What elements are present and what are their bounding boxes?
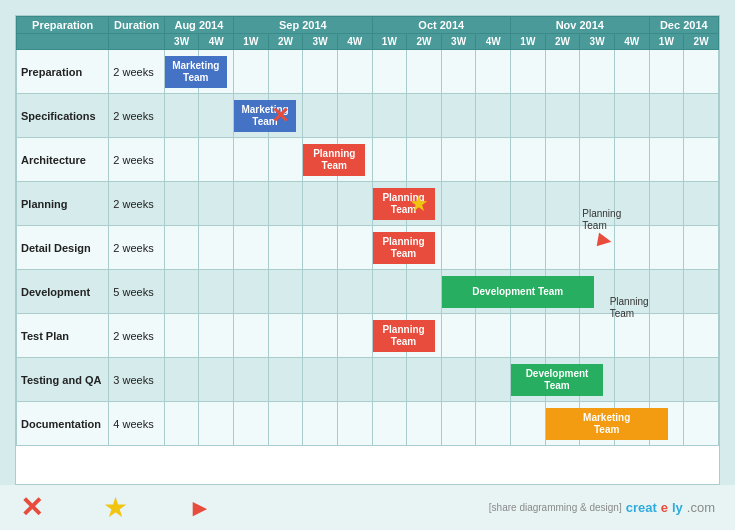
- duration-testplan: 2 weeks: [109, 314, 164, 358]
- cell-spec-2: [199, 94, 234, 138]
- w-3w-nov: 3W: [580, 34, 615, 50]
- w-1w-sep: 1W: [234, 34, 269, 50]
- cell-plan-7: PlanningTeam: [372, 182, 407, 226]
- cell-det-1: [164, 226, 199, 270]
- cell-plan-16: [684, 182, 719, 226]
- app-container: Preparation Duration Aug 2014 Sep 2014 O…: [0, 0, 735, 530]
- legend-x-icon: ✕: [20, 491, 43, 524]
- branding-prefix: [share diagramming & design]: [489, 502, 622, 513]
- cell-qa-4: [268, 358, 303, 402]
- th-blank1: [17, 34, 109, 50]
- cell-det-16: [684, 226, 719, 270]
- cell-det-4: [268, 226, 303, 270]
- cell-qa-9: [441, 358, 476, 402]
- cell-qa-16: [684, 358, 719, 402]
- cell-doc-2: [199, 402, 234, 446]
- cell-arch-3: [234, 138, 269, 182]
- duration-qa: 3 weeks: [109, 358, 164, 402]
- w-1w-nov: 1W: [511, 34, 546, 50]
- cell-arch-13: [580, 138, 615, 182]
- cell-arch-11: [511, 138, 546, 182]
- cell-det-3: [234, 226, 269, 270]
- w-3w-oct: 3W: [441, 34, 476, 50]
- cell-qa-7: [372, 358, 407, 402]
- cell-det-5: [303, 226, 338, 270]
- cell-prep-6: [337, 50, 372, 94]
- cell-det-9: [441, 226, 476, 270]
- cell-qa-10: [476, 358, 511, 402]
- cell-prep-10: [476, 50, 511, 94]
- cell-qa-6: [337, 358, 372, 402]
- legend-star-icon: ★: [103, 491, 128, 524]
- cell-doc-7: [372, 402, 407, 446]
- cell-spec-10: [476, 94, 511, 138]
- task-name-specs: Specifications: [17, 94, 109, 138]
- cell-dev-2: [199, 270, 234, 314]
- cell-prep-12: [545, 50, 580, 94]
- gantt-chart-wrapper: Preparation Duration Aug 2014 Sep 2014 O…: [15, 15, 720, 485]
- cell-doc-1: [164, 402, 199, 446]
- cell-doc-12: MarketingTeam: [545, 402, 580, 446]
- cell-prep-8: [407, 50, 442, 94]
- cell-spec-5: [303, 94, 338, 138]
- cell-tp-7: PlanningTeam: [372, 314, 407, 358]
- duration-header: Duration: [109, 17, 164, 34]
- cell-spec-16: [684, 94, 719, 138]
- months-row: Preparation Duration Aug 2014 Sep 2014 O…: [17, 17, 719, 34]
- cell-plan-1: [164, 182, 199, 226]
- cell-arch-1: [164, 138, 199, 182]
- cell-spec-9: [441, 94, 476, 138]
- cell-det-11: [511, 226, 546, 270]
- cell-arch-4: [268, 138, 303, 182]
- aug-header: Aug 2014: [164, 17, 233, 34]
- table-row: Specifications 2 weeks MarketingTeam ✕: [17, 94, 719, 138]
- cell-plan-10: [476, 182, 511, 226]
- cell-det-12: [545, 226, 580, 270]
- cell-arch-15: [649, 138, 684, 182]
- cell-doc-5: [303, 402, 338, 446]
- cell-spec-8: [407, 94, 442, 138]
- cell-plan-5: [303, 182, 338, 226]
- cell-arch-12: [545, 138, 580, 182]
- table-row: Detail Design 2 weeks PlanningTeam: [17, 226, 719, 270]
- cell-plan-3: [234, 182, 269, 226]
- cell-tp-4: [268, 314, 303, 358]
- cell-prep-9: [441, 50, 476, 94]
- task-name-preparation: Preparation: [17, 50, 109, 94]
- w-1w-oct: 1W: [372, 34, 407, 50]
- cell-tp-6: [337, 314, 372, 358]
- table-row: Preparation 2 weeks MarketingTeam: [17, 50, 719, 94]
- cell-spec-7: [372, 94, 407, 138]
- cell-dev-5: [303, 270, 338, 314]
- cell-dev-4: [268, 270, 303, 314]
- cell-doc-4: [268, 402, 303, 446]
- legend-cursor-icon: ►: [188, 494, 212, 522]
- w-3w-sep: 3W: [303, 34, 338, 50]
- w-3w-aug: 3W: [164, 34, 199, 50]
- cell-tp-11: [511, 314, 546, 358]
- cell-tp-16: [684, 314, 719, 358]
- task-name-qa: Testing and QA: [17, 358, 109, 402]
- legend-icons: ✕ ★ ►: [20, 491, 212, 524]
- task-name-testplan: Test Plan: [17, 314, 109, 358]
- w-4w-sep: 4W: [337, 34, 372, 50]
- cell-dev-7: [372, 270, 407, 314]
- cell-dev-16: [684, 270, 719, 314]
- w-4w-aug: 4W: [199, 34, 234, 50]
- cell-det-6: [337, 226, 372, 270]
- cell-spec-13: [580, 94, 615, 138]
- cell-prep-11: [511, 50, 546, 94]
- cell-prep-3: [234, 50, 269, 94]
- cell-arch-5: PlanningTeam: [303, 138, 338, 182]
- cell-spec-12: [545, 94, 580, 138]
- cell-det-14: [614, 226, 649, 270]
- duration-dev: 5 weeks: [109, 270, 164, 314]
- cell-qa-15: [649, 358, 684, 402]
- cell-plan-9: [441, 182, 476, 226]
- cell-qa-8: [407, 358, 442, 402]
- duration-preparation: 2 weeks: [109, 50, 164, 94]
- cell-doc-10: [476, 402, 511, 446]
- cell-arch-10: [476, 138, 511, 182]
- cell-plan-15: [649, 182, 684, 226]
- task-name-dev: Development: [17, 270, 109, 314]
